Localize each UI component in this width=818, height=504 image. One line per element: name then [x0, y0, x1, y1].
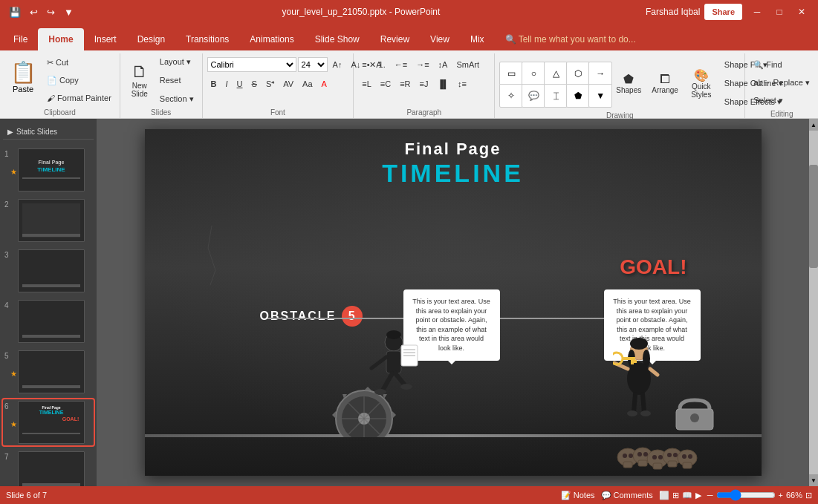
- share-button[interactable]: Share: [704, 4, 742, 20]
- font-size-select[interactable]: 24: [298, 57, 328, 72]
- increase-indent-button[interactable]: →≡: [412, 56, 432, 73]
- slide-num-7: 7: [4, 451, 15, 461]
- increase-font-btn[interactable]: A↑: [329, 56, 346, 73]
- arrange-button[interactable]: ⧠ Arrange: [648, 62, 682, 104]
- reset-button[interactable]: Reset: [156, 72, 198, 88]
- slide-title-line2: TIMELINE: [145, 159, 762, 188]
- tab-design[interactable]: Design: [127, 28, 175, 50]
- convert-to-smartart-button[interactable]: SmArt: [452, 56, 483, 73]
- zoom-slider[interactable]: [716, 489, 776, 501]
- slide-thumb-2[interactable]: 2: [3, 197, 94, 243]
- customize-qat-button[interactable]: ▼: [61, 5, 77, 19]
- shape-icon-6[interactable]: ✧: [499, 84, 523, 108]
- align-left-button[interactable]: ≡L: [358, 76, 375, 92]
- reading-view-button[interactable]: 📖: [682, 491, 692, 500]
- zoom-out-button[interactable]: ─: [707, 491, 713, 500]
- bullets-button[interactable]: ≡•: [358, 56, 373, 73]
- tab-file[interactable]: File: [3, 28, 38, 50]
- layout-button[interactable]: Layout ▾: [156, 53, 198, 70]
- tab-view[interactable]: View: [420, 28, 460, 50]
- replace-button[interactable]: ab→ Replace ▾: [750, 74, 814, 91]
- shape-icon-8[interactable]: ⌶: [544, 84, 568, 108]
- copy-button[interactable]: 📄 Copy: [43, 72, 115, 88]
- slide-thumb-3[interactable]: 3: [3, 248, 94, 294]
- slide-thumb-1[interactable]: 1 ★ Final PageTIMELINE: [3, 147, 94, 193]
- scroll-thumb[interactable]: [809, 165, 818, 268]
- paste-button[interactable]: 📋 Paste: [4, 57, 42, 103]
- scroll-down-button[interactable]: ▼: [809, 474, 818, 486]
- shape-icon-7[interactable]: 💬: [522, 84, 545, 108]
- svg-point-58: [640, 410, 651, 416]
- slide-thumb-4[interactable]: 4: [3, 298, 94, 344]
- bold-button[interactable]: B: [207, 76, 221, 92]
- close-button[interactable]: ✕: [791, 4, 812, 19]
- text-direction-button[interactable]: ↕A: [435, 56, 452, 73]
- shape-icon-5[interactable]: →: [588, 62, 612, 85]
- strikethrough-button[interactable]: S: [248, 76, 261, 92]
- view-controls: ⬜ ⊞ 📖 ▶: [659, 491, 701, 500]
- slide-thumb-5[interactable]: 5 ★: [3, 349, 94, 395]
- shape-icon-1[interactable]: ▭: [499, 62, 523, 85]
- tab-home[interactable]: Home: [38, 28, 83, 50]
- change-case-button[interactable]: Aa: [299, 76, 316, 92]
- shapes-more-btn[interactable]: ▼: [588, 84, 612, 108]
- svg-text:TIMELINE: TIMELINE: [37, 166, 65, 173]
- svg-rect-18: [19, 452, 84, 486]
- title-bar: 💾 ↩ ↪ ▼ your_level_up_21050.pptx - Power…: [0, 0, 818, 24]
- justify-button[interactable]: ≡J: [416, 76, 432, 92]
- decrease-indent-button[interactable]: ←≡: [391, 56, 411, 73]
- save-button[interactable]: 💾: [6, 5, 24, 19]
- tab-transitions[interactable]: Transitions: [175, 28, 239, 50]
- minimize-button[interactable]: ─: [747, 4, 767, 19]
- ribbon-group-clipboard: 📋 Paste ✂ Cut 📄 Copy 🖌 Format Painter Cl…: [0, 53, 120, 118]
- italic-button[interactable]: I: [222, 76, 232, 92]
- tab-insert[interactable]: Insert: [84, 28, 127, 50]
- slide-img-2: [18, 199, 85, 242]
- font-color-button[interactable]: A: [318, 76, 331, 92]
- slide-num-4: 4: [4, 300, 15, 310]
- align-right-button[interactable]: ≡R: [396, 76, 414, 92]
- svg-rect-70: [653, 463, 662, 469]
- redo-button[interactable]: ↪: [44, 5, 58, 19]
- numbering-button[interactable]: 1.: [375, 56, 389, 73]
- select-button[interactable]: Select ▾: [750, 92, 814, 108]
- shape-icon-4[interactable]: ⬡: [566, 62, 590, 85]
- fit-slide-button[interactable]: ⊡: [805, 491, 812, 500]
- tab-animations[interactable]: Animations: [239, 28, 304, 50]
- arrange-icon: ⧠: [659, 73, 671, 86]
- zoom-in-button[interactable]: +: [779, 491, 783, 500]
- font-family-select[interactable]: Calibri: [207, 57, 296, 72]
- cut-button[interactable]: ✂ Cut: [43, 54, 115, 71]
- columns-button[interactable]: ▐▌: [433, 76, 452, 92]
- line-spacing-button[interactable]: ↕≡: [454, 76, 470, 92]
- slide-sorter-button[interactable]: ⊞: [672, 491, 679, 500]
- section-button[interactable]: Section ▾: [156, 91, 198, 107]
- quick-styles-button[interactable]: 🎨 Quick Styles: [685, 62, 718, 104]
- undo-button[interactable]: ↩: [27, 5, 41, 19]
- underline-button[interactable]: U: [233, 76, 247, 92]
- char-spacing-button[interactable]: AV: [279, 76, 297, 92]
- notes-button[interactable]: 📝 Notes: [561, 491, 595, 500]
- scroll-up-button[interactable]: ▲: [809, 119, 818, 131]
- slide-canvas[interactable]: Final Page TIMELINE GOAL! OBSTACLE 5 Thi…: [145, 129, 762, 476]
- find-button[interactable]: 🔍 Find: [750, 56, 814, 73]
- slide-thumb-7[interactable]: 7: [3, 450, 94, 486]
- tab-help[interactable]: 🔍 Tell me what you want to do...: [495, 28, 646, 50]
- shadow-button[interactable]: S⁴: [262, 76, 278, 92]
- shapes-button[interactable]: ⬟ Shapes: [612, 62, 645, 104]
- slideshow-button[interactable]: ▶: [695, 491, 701, 500]
- shape-icon-2[interactable]: ○: [522, 62, 545, 85]
- align-center-button[interactable]: ≡C: [377, 76, 395, 92]
- format-painter-button[interactable]: 🖌 Format Painter: [43, 90, 115, 106]
- tab-mix[interactable]: Mix: [460, 28, 495, 50]
- tab-review[interactable]: Review: [370, 28, 420, 50]
- new-slide-button[interactable]: 🗋 NewSlide: [125, 58, 155, 102]
- shape-icon-9[interactable]: ⬟: [566, 84, 590, 108]
- restore-button[interactable]: □: [769, 4, 790, 19]
- comments-button[interactable]: 💬 Comments: [601, 491, 653, 500]
- vertical-scrollbar[interactable]: ▲ ▼: [809, 119, 818, 486]
- shape-icon-3[interactable]: △: [544, 62, 568, 85]
- normal-view-button[interactable]: ⬜: [659, 491, 669, 500]
- slide-thumb-6[interactable]: 6 ★ Final Page TIMELINE GOAL!: [3, 399, 94, 445]
- tab-slideshow[interactable]: Slide Show: [305, 28, 370, 50]
